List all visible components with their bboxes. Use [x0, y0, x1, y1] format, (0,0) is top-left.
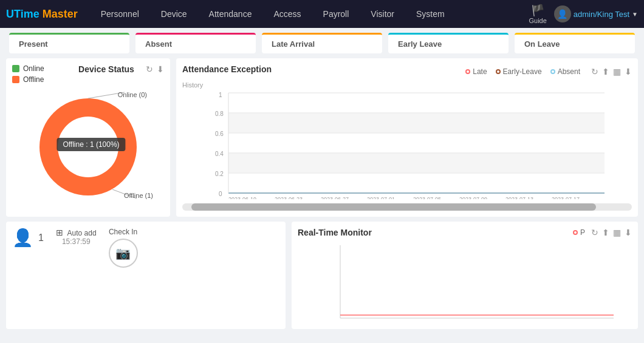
logo-master: Master: [43, 8, 78, 20]
user-avatar: 👤: [554, 5, 571, 22]
svg-text:2023-06-23: 2023-06-23: [275, 196, 303, 199]
stat-early-leave[interactable]: Early Leave: [388, 33, 509, 53]
nav-links: Personnel Device Attendance Access Payro…: [90, 0, 529, 28]
nav-item-system[interactable]: System: [405, 0, 456, 28]
attendance-refresh-icon[interactable]: ↻: [591, 67, 598, 76]
p-legend-label: P: [580, 228, 585, 237]
nav-item-device[interactable]: Device: [150, 0, 198, 28]
svg-text:2023-06-19: 2023-06-19: [228, 196, 256, 199]
app-logo: UTime Master: [6, 8, 78, 21]
chart-legend: Late Early-Leave Absent: [465, 67, 580, 76]
realtime-upload-icon[interactable]: ⬆: [602, 228, 609, 237]
svg-text:0.2: 0.2: [215, 171, 224, 177]
logo-u: U: [6, 8, 14, 20]
nav-item-access[interactable]: Access: [262, 0, 312, 28]
auto-add-icon: ⊞: [56, 228, 63, 237]
navbar: UTime Master Personnel Device Attendance…: [0, 0, 644, 28]
user-icon: 👤: [12, 228, 33, 248]
realtime-refresh-icon[interactable]: ↻: [591, 228, 598, 237]
guide-icon: 🏴: [531, 4, 544, 17]
stat-on-leave-label: On Leave: [524, 39, 560, 49]
stat-late-arrival[interactable]: Late Arrival: [262, 33, 382, 53]
stat-on-leave[interactable]: On Leave: [515, 33, 635, 53]
svg-text:2023-07-17: 2023-07-17: [552, 196, 580, 199]
chart-subtitle: History: [182, 81, 632, 89]
legend-offline: Offline: [12, 75, 44, 84]
legend-early-label: Early-Leave: [503, 67, 542, 76]
user-label: admin/King Test: [574, 10, 629, 19]
bottom-row: 👤 1 ⊞ Auto add 15:37:59 Check In 📷 Real-…: [0, 222, 644, 334]
realtime-chart-svg: [298, 242, 632, 321]
nav-item-visitor[interactable]: Visitor: [360, 0, 405, 28]
svg-text:1: 1: [219, 92, 222, 98]
attendance-bar-icon[interactable]: ▦: [613, 67, 621, 76]
bottom-left-panel: 👤 1 ⊞ Auto add 15:37:59 Check In 📷: [6, 222, 286, 329]
camera-symbol: 📷: [115, 246, 131, 260]
svg-text:0.8: 0.8: [215, 110, 224, 117]
attendance-upload-icon[interactable]: ⬆: [602, 67, 609, 76]
legend-late-label: Late: [473, 67, 487, 76]
svg-text:0: 0: [219, 191, 222, 197]
donut-area: Offline : 1 (100%) Online (0) Offline (1…: [12, 86, 164, 208]
svg-text:2023-07-01: 2023-07-01: [367, 196, 395, 199]
svg-rect-12: [228, 153, 605, 173]
svg-text:2023-07-05: 2023-07-05: [413, 196, 441, 199]
legend-absent-label: Absent: [558, 67, 580, 76]
main-content: Online Offline Device Status ↻ ⬇: [0, 58, 644, 222]
logo-time: Time: [14, 8, 39, 20]
svg-text:0.6: 0.6: [215, 131, 224, 137]
nav-item-attendance[interactable]: Attendance: [198, 0, 263, 28]
chart-scrollbar[interactable]: [182, 203, 632, 211]
realtime-title: Real-Time Monitor: [298, 228, 372, 237]
legend-late-dot: [465, 69, 470, 74]
p-legend-dot: [573, 230, 578, 235]
chart-scroll-thumb[interactable]: [191, 203, 596, 211]
realtime-bar-icon[interactable]: ▦: [613, 228, 621, 237]
auto-add-area: ⊞ Auto add 15:37:59: [56, 228, 97, 246]
auto-add-time: 15:37:59: [56, 237, 97, 246]
guide-area[interactable]: 🏴 Guide: [529, 4, 546, 24]
attendance-exception-panel: Attendance Exception Late Early-Leave Ab…: [176, 58, 638, 217]
legend-online-dot: [12, 65, 19, 72]
nav-item-personnel[interactable]: Personnel: [90, 0, 150, 28]
svg-text:2023-07-09: 2023-07-09: [459, 196, 487, 199]
realtime-download-icon[interactable]: ⬇: [625, 228, 632, 237]
legend-offline-dot: [12, 76, 19, 83]
legend-early-dot: [496, 69, 501, 74]
p-legend: P: [573, 228, 585, 237]
online-count-label: Online (0): [118, 91, 147, 98]
donut-center: [58, 117, 118, 177]
user-area[interactable]: 👤 admin/King Test ▼: [554, 5, 638, 22]
device-legend: Online Offline: [12, 64, 44, 84]
attendance-chart-container: 0 0.2 0.4 0.6 0.8 1 2023-06-19 2023-06-2…: [182, 90, 632, 211]
camera-icon: 📷: [109, 239, 138, 268]
stat-absent-label: Absent: [145, 39, 172, 49]
device-refresh-icon[interactable]: ↻: [146, 64, 153, 74]
offline-count-label: Offline (1): [124, 192, 153, 199]
stat-present-label: Present: [19, 39, 48, 49]
legend-online: Online: [12, 64, 44, 73]
device-status-panel: Online Offline Device Status ↻ ⬇: [6, 58, 170, 217]
user-count-area: 👤 1: [12, 228, 44, 248]
legend-early-leave: Early-Leave: [496, 67, 542, 76]
svg-rect-13: [228, 113, 605, 133]
guide-label: Guide: [529, 17, 546, 24]
legend-offline-label: Offline: [23, 75, 44, 84]
checkin-area: Check In 📷: [109, 228, 138, 268]
checkin-label: Check In: [109, 228, 137, 236]
attendance-chart-svg: 0 0.2 0.4 0.6 0.8 1 2023-06-19 2023-06-2…: [182, 90, 632, 199]
realtime-monitor-panel: Real-Time Monitor P ↻ ⬆ ▦ ⬇: [292, 222, 638, 329]
attendance-title: Attendance Exception: [182, 64, 272, 74]
chart-header: Attendance Exception Late Early-Leave Ab…: [182, 64, 632, 79]
attendance-download-icon[interactable]: ⬇: [625, 67, 632, 76]
auto-add-label: Auto add: [67, 229, 97, 237]
stats-bar: Present Absent Late Arrival Early Leave …: [0, 28, 644, 58]
legend-online-label: Online: [23, 64, 44, 73]
donut-chart: [27, 86, 149, 208]
device-download-icon[interactable]: ⬇: [157, 64, 164, 74]
user-count: 1: [38, 233, 44, 243]
stat-absent[interactable]: Absent: [135, 33, 256, 53]
stat-present[interactable]: Present: [9, 33, 129, 53]
legend-absent: Absent: [550, 67, 580, 76]
nav-item-payroll[interactable]: Payroll: [312, 0, 360, 28]
